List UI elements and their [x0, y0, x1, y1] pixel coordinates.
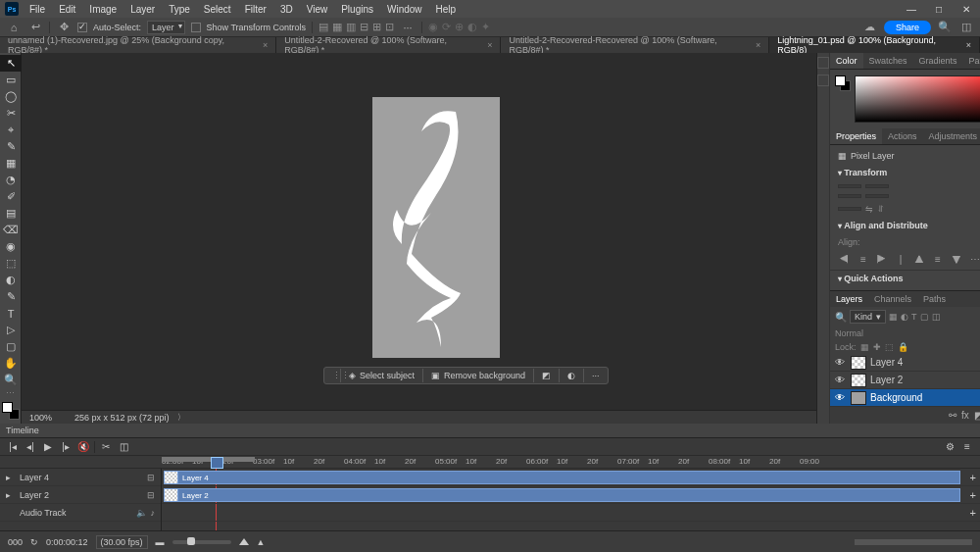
tab-channels[interactable]: Channels — [868, 291, 917, 307]
layer-row[interactable]: 👁Layer 4 — [830, 354, 980, 372]
work-area-bar[interactable] — [162, 457, 255, 462]
align-section[interactable]: Align and Distribute — [830, 218, 980, 233]
close-tab-icon[interactable]: × — [756, 40, 760, 50]
document-tab[interactable]: Lightning_01.psd @ 100% (Background, RGB… — [769, 37, 980, 53]
filter-smart-icon[interactable]: ◫ — [932, 312, 941, 322]
home-icon[interactable]: ⌂ — [6, 22, 22, 33]
quick-actions-section[interactable]: Quick Actions — [830, 270, 980, 286]
tool-button[interactable]: T — [0, 305, 22, 322]
layer-row[interactable]: 👁Background🔒 — [830, 389, 980, 407]
menu-image[interactable]: Image — [82, 4, 123, 15]
tool-button[interactable]: ◐ — [0, 272, 22, 288]
tab-paths[interactable]: Paths — [917, 291, 952, 307]
expand-track-icon[interactable]: ▸ — [6, 490, 14, 500]
current-time[interactable]: 0:00:00:12 — [46, 537, 88, 547]
tab-adjustments[interactable]: Adjustments — [923, 128, 980, 144]
track-split-icon[interactable]: ⊟ — [147, 490, 155, 500]
filter-type-icon[interactable]: T — [911, 312, 917, 322]
cloud-icon[interactable]: ☁ — [862, 21, 878, 33]
align-buttons[interactable]: ⯇≡⯈|⯅≡⯆⋯ — [830, 251, 980, 268]
layer-name[interactable]: Background — [870, 392, 922, 403]
filter-pixel-icon[interactable]: ▦ — [889, 312, 898, 322]
ctx-more-button[interactable]: ··· — [584, 369, 608, 382]
tab-color[interactable]: Color — [830, 53, 863, 69]
tool-button[interactable]: ✋ — [0, 355, 22, 372]
remove-background-button[interactable]: ▣Remove background — [423, 369, 534, 382]
zoom-slider[interactable] — [172, 540, 231, 544]
close-tab-icon[interactable]: × — [263, 40, 268, 50]
mute-button[interactable]: 🔇 — [76, 441, 90, 452]
search-icon[interactable]: 🔍 — [937, 21, 953, 33]
blend-mode[interactable]: Normal — [835, 328, 863, 338]
menu-edit[interactable]: Edit — [52, 4, 82, 15]
timeline-ruler[interactable]: 02:00f10f20f03:00f10f20f04:00f10f20f05:0… — [162, 456, 980, 469]
status-caret[interactable]: 〉 — [177, 412, 185, 423]
layers-kind-filter[interactable]: Kind▾ — [850, 310, 886, 324]
zoom-out-icon[interactable]: ▬ — [156, 537, 165, 547]
fps-display[interactable]: (30.00 fps) — [96, 535, 148, 549]
mountain-icon[interactable]: ▲ — [257, 537, 266, 547]
document-tab[interactable]: Untitled-2-Recovered-Recovered @ 100% (S… — [501, 37, 769, 53]
lock-position-icon[interactable]: ✚ — [873, 342, 881, 352]
adjustments-button[interactable]: ◐ — [560, 369, 584, 382]
close-tab-icon[interactable]: × — [966, 40, 971, 50]
tab-layers[interactable]: Layers — [830, 291, 868, 307]
color-picker-field[interactable] — [855, 75, 980, 123]
tab-actions[interactable]: Actions — [882, 128, 923, 144]
artboard[interactable] — [372, 97, 500, 358]
next-frame-button[interactable]: |▸ — [59, 441, 73, 452]
transform-section[interactable]: Transform — [830, 165, 980, 180]
visibility-toggle[interactable]: 👁 — [835, 357, 847, 368]
tool-button[interactable]: ✎ — [0, 288, 22, 305]
show-transform-checkbox[interactable] — [191, 23, 201, 32]
arrow-icon[interactable]: ↩ — [27, 21, 43, 33]
tab-patterns[interactable]: Patterns — [963, 53, 980, 69]
audio-mute-icon[interactable]: 🔈 — [136, 508, 147, 518]
add-media-icon[interactable]: + — [970, 472, 976, 483]
canvas-area[interactable]: ⋮⋮ ◈Select subject ▣Remove background ◩ … — [22, 53, 816, 424]
tab-swatches[interactable]: Swatches — [863, 53, 913, 69]
layer-thumbnail[interactable] — [851, 391, 866, 405]
visibility-toggle[interactable]: 👁 — [835, 375, 847, 385]
menu-plugins[interactable]: Plugins — [334, 4, 380, 15]
collapsed-panel-strip[interactable] — [817, 53, 830, 424]
timeline-clip[interactable]: Layer 2 — [164, 488, 960, 502]
mask-icon[interactable]: ◩ — [974, 410, 980, 421]
lock-all-icon[interactable]: 🔒 — [898, 342, 908, 352]
close-tab-icon[interactable]: × — [487, 40, 492, 50]
track-split-icon[interactable]: ⊟ — [147, 473, 155, 482]
workspace-icon[interactable]: ◫ — [958, 21, 974, 33]
more-align-icon[interactable]: ··· — [400, 22, 416, 33]
menu-type[interactable]: Type — [162, 4, 197, 15]
fx-icon[interactable]: fx — [961, 410, 969, 421]
zoom-level[interactable]: 100% — [27, 413, 67, 423]
color-panel[interactable] — [830, 70, 980, 128]
tool-button[interactable]: 🔍 — [0, 372, 22, 388]
timeline-settings-icon[interactable]: ⚙ — [943, 441, 956, 452]
convert-icon[interactable]: ↻ — [30, 537, 38, 547]
filter-shape-icon[interactable]: ▢ — [920, 312, 929, 322]
tool-button[interactable]: ◯ — [0, 88, 22, 105]
tool-button[interactable]: ▤ — [0, 205, 22, 222]
prev-frame-button[interactable]: ◂| — [24, 441, 37, 452]
add-media-icon[interactable]: + — [970, 489, 976, 501]
align-icons[interactable]: ▤▦▥⊟⊞⊡ — [318, 21, 394, 33]
tab-properties[interactable]: Properties — [830, 128, 882, 144]
menu-window[interactable]: Window — [380, 4, 429, 15]
auto-select-checkbox[interactable] — [77, 23, 87, 32]
menu-view[interactable]: View — [300, 4, 335, 15]
document-tab[interactable]: Untitled-2-Recovered @ 100% (Software, R… — [276, 37, 501, 53]
filter-adj-icon[interactable]: ◐ — [901, 312, 908, 322]
tool-button[interactable]: ▢ — [0, 338, 22, 355]
close-button[interactable]: ✕ — [953, 4, 980, 15]
mask-button[interactable]: ◩ — [534, 369, 560, 382]
track-header[interactable]: ▸Layer 2⊟ — [0, 486, 161, 504]
tool-button[interactable]: ◔ — [0, 172, 22, 188]
tool-button[interactable]: ▷ — [0, 322, 22, 338]
menu-3d[interactable]: 3D — [273, 4, 300, 15]
layer-thumbnail[interactable] — [851, 356, 866, 370]
visibility-toggle[interactable]: 👁 — [835, 392, 847, 403]
tool-button[interactable]: ↖ — [0, 55, 22, 72]
tool-button[interactable]: ◉ — [0, 238, 22, 255]
lock-artboard-icon[interactable]: ⬚ — [885, 342, 894, 352]
